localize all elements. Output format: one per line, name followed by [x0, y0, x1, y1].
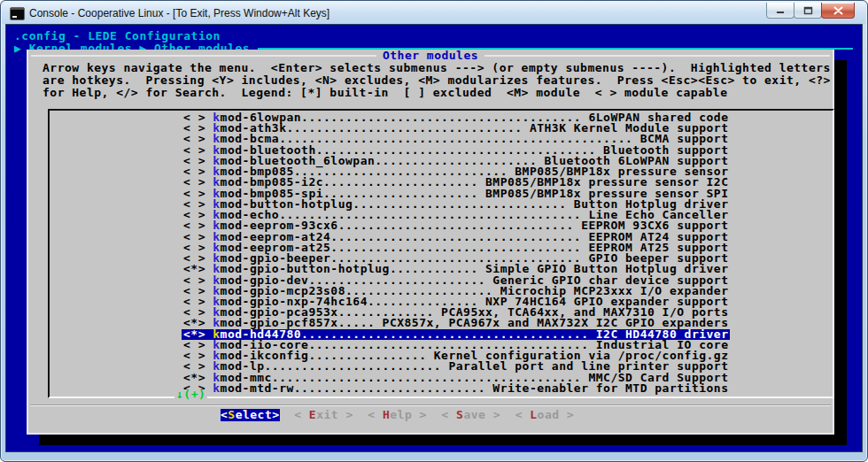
- list-item-kmod-mtd-rw[interactable]: < > kmod-mtd-rw.........................…: [183, 383, 728, 394]
- dialog-instructions: Arrow keys navigate the menu. <Enter> se…: [43, 62, 833, 99]
- instructions-line: are hotkeys. Pressing <Y> includes, <N> …: [43, 74, 833, 87]
- exit-button[interactable]: < Exit >: [294, 409, 353, 421]
- minimize-button[interactable]: [766, 3, 794, 19]
- window-controls: [767, 3, 855, 19]
- load-button[interactable]: < Load >: [515, 409, 575, 421]
- button-hotkey-letter: E: [309, 408, 316, 421]
- console-window: Console - Cooperative Linux - [To Exit, …: [0, 0, 868, 462]
- help-button[interactable]: < Help >: [368, 409, 427, 421]
- window-title: Console - Cooperative Linux - [To Exit, …: [29, 7, 329, 19]
- button-hotkey-letter: L: [530, 408, 537, 421]
- config-backtitle: .config - LEDE Configuration: [6, 25, 862, 42]
- minimize-icon: [776, 6, 785, 14]
- scroll-more-indicator: ↓(+): [174, 389, 207, 400]
- dialog-title: Other modules: [376, 50, 484, 61]
- module-list[interactable]: < > kmod-6lowpan........................…: [48, 109, 834, 398]
- button-separator: [30, 404, 831, 406]
- maximize-button[interactable]: [794, 3, 822, 19]
- instructions-line: Arrow keys navigate the menu. <Enter> se…: [43, 62, 833, 74]
- console-client[interactable]: .config - LEDE Configuration ▶ Kernel mo…: [5, 24, 863, 452]
- title-rule-left: [31, 55, 376, 57]
- close-icon: [833, 6, 843, 15]
- button-hotkey-letter: S: [228, 408, 235, 421]
- button-hotkey-letter: H: [383, 408, 390, 421]
- item-hotkey-letter: k: [213, 381, 220, 395]
- button-hotkey-letter: S: [456, 408, 463, 421]
- maximize-icon: [803, 6, 813, 15]
- console-app-icon: [10, 7, 25, 20]
- dialog-buttons: <Select>< Exit >< Help >< Save >< Load >: [221, 409, 574, 421]
- select-button[interactable]: <Select>: [221, 409, 280, 421]
- title-rule-right: [484, 55, 830, 57]
- save-button[interactable]: < Save >: [441, 409, 500, 421]
- close-button[interactable]: [821, 3, 855, 19]
- dialog-other-modules: Other modules Arrow keys navigate the me…: [27, 50, 834, 435]
- titlebar[interactable]: Console - Cooperative Linux - [To Exit, …: [2, 2, 866, 24]
- instructions-line: for Help, </> for Search. Legend: [*] bu…: [43, 87, 833, 99]
- dialog-title-row: Other modules: [28, 50, 833, 61]
